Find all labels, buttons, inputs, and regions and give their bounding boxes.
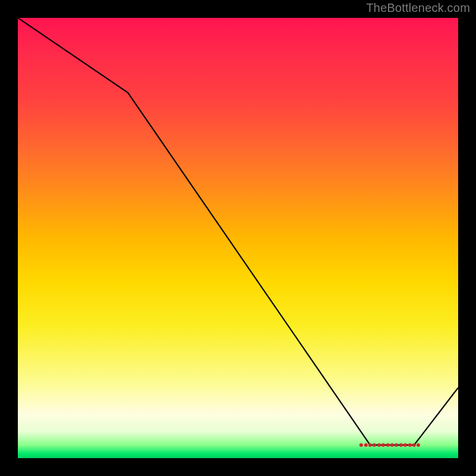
curve-svg: [18, 18, 458, 458]
marker-dot: [386, 443, 390, 447]
marker-dot: [399, 443, 403, 447]
marker-dot: [408, 443, 412, 447]
marker-dot: [403, 443, 407, 447]
chart-container: TheBottleneck.com: [0, 0, 476, 476]
watermark-text: TheBottleneck.com: [366, 1, 470, 15]
marker-dot: [377, 443, 381, 447]
marker-dot: [390, 443, 394, 447]
marker-dot: [368, 443, 372, 447]
marker-dot: [372, 443, 376, 447]
marker-dot: [394, 443, 398, 447]
marker-dot: [364, 443, 368, 447]
curve-line: [18, 18, 458, 445]
marker-dot: [416, 443, 420, 447]
marker-dot: [412, 443, 416, 447]
marker-dot: [359, 443, 363, 447]
plot-area: [18, 18, 458, 458]
marker-dot: [381, 443, 385, 447]
